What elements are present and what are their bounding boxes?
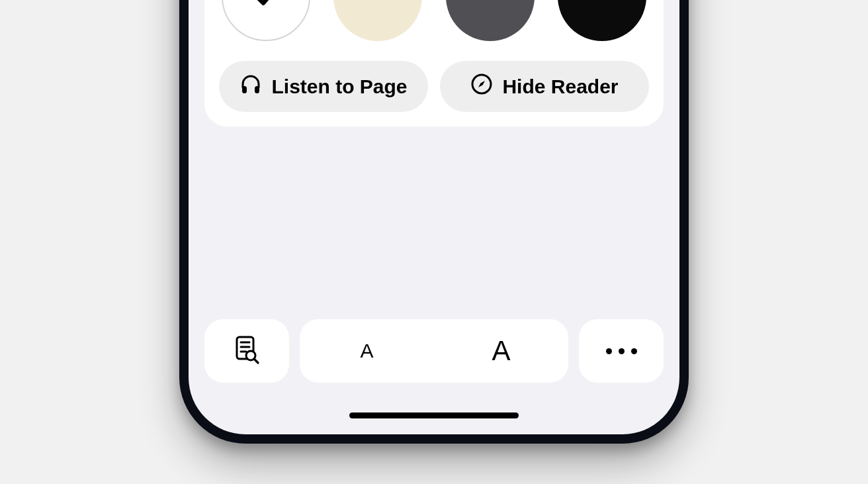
phone-frame-outer: Reader San Francisco bbox=[179, 0, 689, 444]
action-row: Listen to Page Hide Reader bbox=[219, 61, 649, 112]
theme-row bbox=[219, 0, 649, 41]
hide-reader-label: Hide Reader bbox=[502, 75, 618, 98]
theme-sepia[interactable] bbox=[333, 0, 422, 41]
theme-gray[interactable] bbox=[446, 0, 535, 41]
bottom-bar: A A bbox=[204, 319, 664, 383]
theme-white[interactable] bbox=[222, 0, 310, 41]
listen-to-page-button[interactable]: Listen to Page bbox=[219, 61, 428, 112]
text-size-decrease[interactable]: A bbox=[300, 340, 434, 362]
phone-frame-inner: Reader San Francisco bbox=[189, 0, 679, 434]
find-on-page-button[interactable] bbox=[204, 319, 289, 383]
theme-black[interactable] bbox=[558, 0, 646, 41]
more-button[interactable] bbox=[579, 319, 664, 383]
large-a-icon: A bbox=[492, 335, 510, 367]
text-size-control: A A bbox=[300, 319, 568, 383]
checkmark-icon bbox=[251, 0, 281, 12]
svg-line-8 bbox=[254, 359, 258, 363]
hide-reader-button[interactable]: Hide Reader bbox=[440, 61, 649, 112]
reader-card: Reader San Francisco bbox=[204, 0, 664, 126]
ellipsis-icon bbox=[606, 348, 637, 354]
svg-rect-1 bbox=[255, 86, 259, 93]
listen-to-page-label: Listen to Page bbox=[271, 75, 407, 98]
sheet-area: Reader San Francisco bbox=[189, 0, 679, 434]
document-search-icon bbox=[232, 334, 262, 368]
compass-icon bbox=[470, 73, 493, 100]
home-indicator[interactable] bbox=[349, 412, 519, 418]
headphones-icon bbox=[239, 73, 262, 100]
svg-rect-0 bbox=[242, 86, 247, 93]
small-a-icon: A bbox=[360, 340, 373, 362]
text-size-increase[interactable]: A bbox=[434, 335, 568, 367]
